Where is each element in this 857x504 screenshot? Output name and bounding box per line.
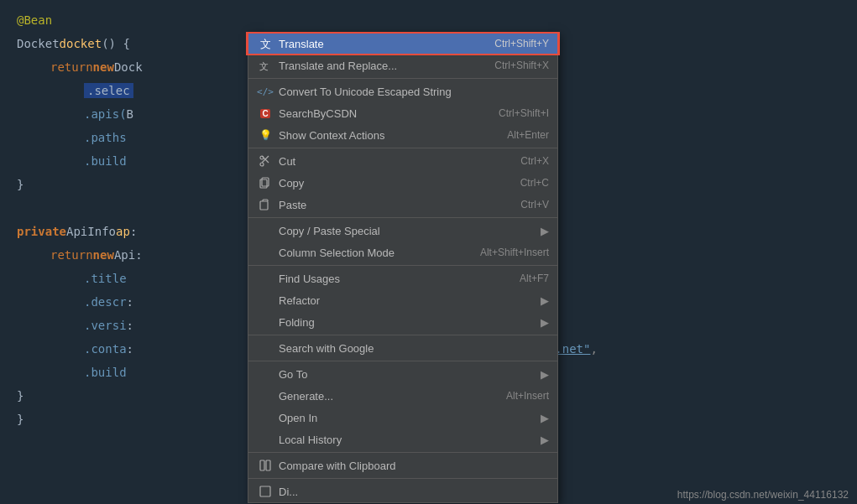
- menu-item-context-actions[interactable]: 💡 Show Context Actions Alt+Enter: [248, 124, 557, 146]
- separator-8: [248, 478, 557, 479]
- menu-item-translate-replace[interactable]: 文 Translate and Replace... Ctrl+Shift+X: [248, 55, 557, 76]
- copy-paste-special-label: Copy / Paste Special: [279, 225, 534, 237]
- separator-3: [248, 217, 557, 218]
- menu-item-open-in[interactable]: Open In ▶: [248, 407, 557, 429]
- status-bar: https://blog.csdn.net/weixin_44116132: [669, 486, 857, 504]
- separator-7: [248, 452, 557, 453]
- svg-rect-4: [260, 201, 268, 210]
- menu-item-copy[interactable]: Copy Ctrl+C: [248, 172, 557, 194]
- svg-rect-7: [260, 486, 270, 496]
- code-line-1: @Bean: [0, 8, 857, 32]
- svg-text:文: 文: [260, 38, 271, 50]
- menu-item-local-history[interactable]: Local History ▶: [248, 429, 557, 450]
- svg-text:文: 文: [259, 61, 269, 71]
- menu-item-searchbycsdn[interactable]: C SearchByCSDN Ctrl+Shift+I: [248, 102, 557, 124]
- menu-item-di[interactable]: Di...: [248, 481, 557, 502]
- search-google-label: Search with Google: [279, 342, 549, 355]
- goto-label: Go To: [279, 368, 534, 381]
- find-usages-shortcut: Alt+F7: [520, 273, 549, 284]
- translate-icon: 文: [257, 37, 274, 50]
- menu-item-copy-paste-special[interactable]: Copy / Paste Special ▶: [248, 220, 557, 242]
- refactor-label: Refactor: [279, 294, 534, 307]
- separator-5: [248, 335, 557, 335]
- menu-item-cut[interactable]: Cut Ctrl+X: [248, 150, 557, 172]
- compare-clipboard-icon: [257, 460, 274, 471]
- separator-4: [248, 265, 557, 266]
- column-selection-label: Column Selection Mode: [279, 247, 463, 259]
- refactor-arrow: ▶: [541, 294, 549, 307]
- svg-rect-6: [266, 460, 270, 470]
- find-usages-label: Find Usages: [279, 273, 503, 285]
- menu-item-goto[interactable]: Go To ▶: [248, 363, 557, 385]
- searchbycsdn-label: SearchByCSDN: [279, 107, 482, 120]
- translate-replace-label: Translate and Replace...: [279, 60, 478, 72]
- folding-arrow: ▶: [541, 316, 549, 329]
- svg-rect-5: [260, 460, 264, 470]
- context-actions-label: Show Context Actions: [279, 129, 490, 142]
- copy-shortcut: Ctrl+C: [520, 177, 549, 189]
- di-icon: [257, 486, 274, 497]
- status-url: https://blog.csdn.net/weixin_44116132: [677, 489, 849, 501]
- copy-icon: [257, 177, 274, 189]
- bulb-icon: 💡: [257, 129, 274, 141]
- menu-item-compare-clipboard[interactable]: Compare with Clipboard: [248, 455, 557, 476]
- separator-1: [248, 78, 557, 79]
- menu-item-translate[interactable]: 文 Translate Ctrl+Shift+Y: [248, 33, 557, 55]
- menu-item-generate[interactable]: Generate... Alt+Insert: [248, 385, 557, 407]
- copy-label: Copy: [279, 177, 504, 190]
- csdn-icon: C: [257, 109, 274, 118]
- open-in-label: Open In: [279, 412, 534, 424]
- translate-shortcut: Ctrl+Shift+Y: [494, 38, 549, 49]
- menu-item-search-google[interactable]: Search with Google: [248, 337, 557, 359]
- copy-paste-special-arrow: ▶: [541, 225, 549, 237]
- unicode-label: Convert To Unicode Escaped String: [279, 86, 549, 98]
- searchbycsdn-shortcut: Ctrl+Shift+I: [499, 107, 549, 119]
- generate-label: Generate...: [279, 390, 489, 403]
- unicode-icon: </>: [257, 86, 274, 97]
- goto-arrow: ▶: [541, 368, 549, 381]
- context-actions-shortcut: Alt+Enter: [507, 129, 549, 141]
- paste-label: Paste: [279, 199, 504, 211]
- separator-6: [248, 361, 557, 361]
- menu-item-column-selection[interactable]: Column Selection Mode Alt+Shift+Insert: [248, 242, 557, 263]
- translate-replace-icon: 文: [257, 59, 274, 72]
- paste-icon: [257, 199, 274, 210]
- menu-item-folding[interactable]: Folding ▶: [248, 311, 557, 333]
- generate-shortcut: Alt+Insert: [506, 390, 549, 402]
- translate-replace-shortcut: Ctrl+Shift+X: [494, 60, 549, 71]
- menu-item-find-usages[interactable]: Find Usages Alt+F7: [248, 268, 557, 289]
- menu-item-paste[interactable]: Paste Ctrl+V: [248, 194, 557, 216]
- paste-shortcut: Ctrl+V: [520, 199, 549, 210]
- open-in-arrow: ▶: [541, 412, 549, 424]
- translate-label: Translate: [279, 38, 478, 50]
- menu-item-refactor[interactable]: Refactor ▶: [248, 289, 557, 311]
- column-selection-shortcut: Alt+Shift+Insert: [480, 247, 549, 258]
- cut-icon: [257, 155, 274, 167]
- folding-label: Folding: [279, 316, 534, 329]
- menu-item-unicode[interactable]: </> Convert To Unicode Escaped String: [248, 81, 557, 102]
- cut-shortcut: Ctrl+X: [520, 155, 549, 167]
- di-label: Di...: [279, 486, 549, 498]
- cut-label: Cut: [279, 155, 504, 168]
- local-history-label: Local History: [279, 434, 534, 446]
- compare-clipboard-label: Compare with Clipboard: [279, 460, 549, 472]
- context-menu: 文 Translate Ctrl+Shift+Y 文 Translate and…: [248, 32, 558, 503]
- local-history-arrow: ▶: [541, 434, 549, 446]
- separator-2: [248, 148, 557, 148]
